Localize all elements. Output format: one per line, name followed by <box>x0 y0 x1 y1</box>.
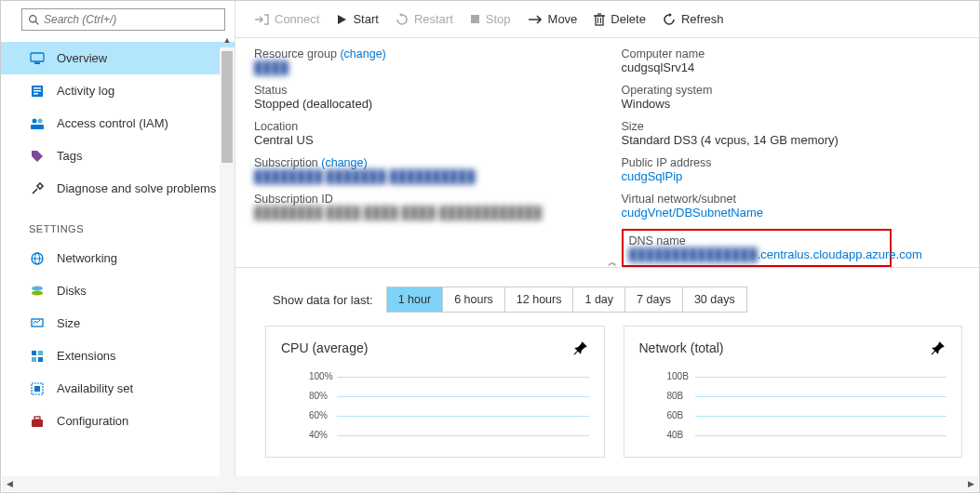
arrow-right-icon <box>528 15 543 24</box>
computer-name-label: Computer name <box>622 47 961 60</box>
dns-value[interactable]: ███████████████.centralus.cloudapp.azure… <box>629 247 884 261</box>
subscription-value[interactable]: ████████ ███████ ██████████ <box>254 169 476 183</box>
svg-rect-17 <box>32 351 36 355</box>
svg-rect-22 <box>34 386 40 392</box>
chart-card-network: Network (total) 100B 80B 60B 40B <box>624 326 963 458</box>
size-icon <box>29 315 46 332</box>
svg-rect-23 <box>32 420 43 427</box>
seg-btn-6hours[interactable]: 6 hours <box>443 287 505 312</box>
chart-axis: 100B 80B 60B 40B <box>667 371 947 440</box>
nav-item-extensions[interactable]: Extensions <box>1 340 235 372</box>
svg-point-15 <box>32 290 43 295</box>
resource-group-change-link[interactable]: (change) <box>340 47 385 60</box>
nav-label: Configuration <box>57 414 128 428</box>
seg-btn-7days[interactable]: 7 days <box>625 287 683 312</box>
os-value: Windows <box>622 97 961 111</box>
nav-label: Tags <box>57 149 82 163</box>
vnet-value[interactable]: cudgVnet/DBSubnetName <box>622 206 961 220</box>
search-input[interactable] <box>44 13 219 26</box>
svg-point-8 <box>33 118 37 123</box>
nav-item-diagnose[interactable]: Diagnose and solve problems <box>1 172 235 205</box>
play-icon <box>336 14 347 25</box>
svg-point-14 <box>32 286 43 290</box>
toolbar: Connect Start Restart Stop Move Delete <box>235 1 979 38</box>
vnet-label: Virtual network/subnet <box>622 193 961 206</box>
size-value: Standard DS3 (4 vcpus, 14 GB memory) <box>622 133 961 147</box>
resource-group-label: Resource group <box>254 47 337 60</box>
search-box[interactable] <box>21 8 225 31</box>
y-tick: 40B <box>667 430 947 440</box>
y-tick: 60% <box>309 410 589 420</box>
nav-item-tags[interactable]: Tags <box>1 140 235 172</box>
toolbox-icon <box>29 413 46 430</box>
pin-icon[interactable] <box>930 340 946 356</box>
nav-label: Overview <box>57 51 107 65</box>
move-button[interactable]: Move <box>528 12 578 26</box>
scrollbar-thumb[interactable] <box>222 51 233 163</box>
refresh-button[interactable]: Refresh <box>663 12 724 26</box>
delete-button[interactable]: Delete <box>594 12 646 26</box>
nav-item-activity-log[interactable]: Activity log <box>1 74 235 107</box>
seg-btn-12hours[interactable]: 12 hours <box>505 287 574 312</box>
iam-icon <box>29 115 46 132</box>
svg-point-9 <box>38 118 43 123</box>
subscription-change-link[interactable]: (change) <box>321 156 367 169</box>
wrench-icon <box>29 180 46 197</box>
nav-list-settings: Networking Disks Size Extensions Availab… <box>1 242 235 437</box>
nav-item-overview[interactable]: Overview <box>1 42 235 74</box>
nav-label: Networking <box>57 251 117 265</box>
os-label: Operating system <box>622 84 961 97</box>
connect-icon <box>254 14 269 25</box>
stop-button[interactable]: Stop <box>470 12 511 26</box>
stop-icon <box>470 14 480 24</box>
seg-btn-1hour[interactable]: 1 hour <box>387 287 443 312</box>
resource-group-value[interactable]: ████ <box>254 60 289 74</box>
nav-label: Activity log <box>57 84 114 98</box>
svg-rect-19 <box>32 357 36 362</box>
status-label: Status <box>254 84 594 97</box>
svg-rect-7 <box>34 93 38 95</box>
monitor-icon <box>29 50 46 67</box>
nav-item-networking[interactable]: Networking <box>1 242 235 274</box>
y-tick: 80% <box>309 391 589 401</box>
svg-rect-25 <box>471 15 479 23</box>
refresh-icon <box>663 13 676 26</box>
props-right-col: Computer name cudgsqlSrv14 Operating sys… <box>622 47 961 267</box>
seg-btn-30days[interactable]: 30 days <box>683 287 746 312</box>
pin-icon[interactable] <box>572 340 589 356</box>
svg-point-0 <box>30 15 36 21</box>
nav-item-disks[interactable]: Disks <box>1 274 235 307</box>
scrollbar-track[interactable] <box>17 476 963 491</box>
y-tick: 80B <box>667 391 947 401</box>
sidebar: Overview Activity log Access control (IA… <box>1 1 235 492</box>
nav-item-iam[interactable]: Access control (IAM) <box>1 107 235 140</box>
horizontal-scrollbar[interactable]: ◀ ▶ <box>2 476 978 491</box>
svg-rect-3 <box>34 62 40 64</box>
location-label: Location <box>254 120 594 133</box>
seg-btn-1day[interactable]: 1 day <box>573 287 625 312</box>
scroll-up-arrow-icon[interactable]: ▲ <box>220 33 235 47</box>
restart-button[interactable]: Restart <box>396 12 453 26</box>
start-button[interactable]: Start <box>336 12 378 26</box>
scroll-left-arrow-icon[interactable]: ◀ <box>2 479 17 488</box>
nav-item-configuration[interactable]: Configuration <box>1 405 235 437</box>
dns-highlight-box: DNS name ███████████████.centralus.cloud… <box>622 229 892 267</box>
svg-rect-20 <box>38 357 43 362</box>
sidebar-scrollbar[interactable]: ▲ ▼ <box>220 47 235 492</box>
chart-axis: 100% 80% 60% 40% <box>309 371 589 440</box>
nav-item-availability-set[interactable]: Availability set <box>1 372 235 405</box>
properties-panel: Resource group (change) ████ Status Stop… <box>235 38 979 268</box>
props-left-col: Resource group (change) ████ Status Stop… <box>254 47 594 267</box>
nav-item-size[interactable]: Size <box>1 307 235 340</box>
public-ip-value[interactable]: cudgSqlPip <box>622 169 961 183</box>
collapse-caret-icon[interactable]: ︽ <box>608 256 617 269</box>
svg-rect-5 <box>34 87 41 89</box>
y-tick: 60B <box>667 410 947 420</box>
nav-label: Size <box>57 316 80 330</box>
connect-button[interactable]: Connect <box>254 12 319 26</box>
puzzle-icon <box>29 348 46 365</box>
disks-icon <box>29 283 46 300</box>
nav-list: Overview Activity log Access control (IA… <box>1 42 235 205</box>
scroll-right-arrow-icon[interactable]: ▶ <box>963 479 978 488</box>
svg-rect-2 <box>31 53 44 61</box>
